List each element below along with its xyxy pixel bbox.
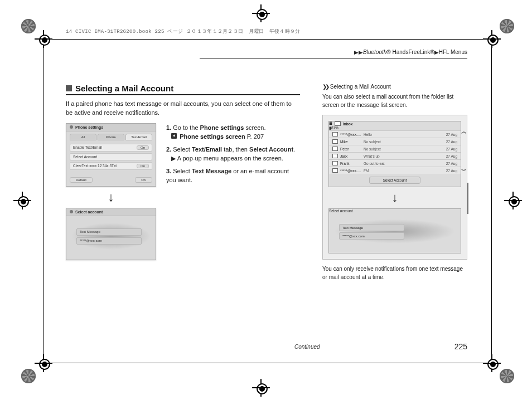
envelope-icon <box>332 132 338 136</box>
step-2: 2. Select Text/Email tab, then Select Ac… <box>166 145 300 163</box>
crop-line <box>43 33 44 369</box>
triangle-result-icon: ▶ <box>171 154 176 163</box>
envelope-icon <box>332 147 338 151</box>
chevron-right-icon: ▶ <box>434 50 439 55</box>
xref-icon: ➧ <box>171 133 177 139</box>
step-3: 3. Select Text Message or an e-mail acco… <box>166 167 300 185</box>
screen-dot-icon <box>70 125 73 129</box>
envelope-icon <box>332 161 338 165</box>
envelope-icon <box>332 168 338 173</box>
cross-mark-icon <box>16 194 29 207</box>
divider <box>200 58 467 58</box>
envelope-icon <box>332 154 338 158</box>
step-1: 1. Go to the Phone settings screen. ➧ Ph… <box>166 123 300 142</box>
battery-indicator: ▮81% <box>329 126 338 130</box>
cross-mark-icon <box>254 381 268 394</box>
screen-dot-icon <box>70 210 73 213</box>
toggle-on: On <box>137 164 149 168</box>
square-bullet-icon <box>66 85 72 91</box>
inbox-row: FrankGo out to eat27 Aug <box>329 159 461 167</box>
row-enable-text-email: Enable Text/Email On <box>70 144 152 152</box>
sidebar-panel: ︽ ︾ ≣ Inbox ▮81% *****@xxx.comHello27 Au… <box>322 115 467 260</box>
list-icon: ≣ <box>329 121 332 126</box>
select-account-button: Select Account <box>369 177 420 184</box>
screenshot-inbox: ≣ Inbox ▮81% *****@xxx.comHello27 AugMik… <box>328 121 461 187</box>
crop-line <box>491 33 492 369</box>
screenshot-title: Phone settings <box>75 125 103 129</box>
sidebar-heading: ❯❯ Selecting a Mail Account <box>322 84 467 90</box>
crop-line <box>36 363 500 363</box>
section-heading: Selecting a Mail Account <box>66 84 300 93</box>
scroll-up-icon: ︽ <box>461 128 467 135</box>
option-email-account: *****@xxx.com <box>76 237 142 245</box>
inbox-row: JackWhat's up27 Aug <box>329 152 461 159</box>
mail-icon <box>335 121 341 126</box>
envelope-icon <box>332 139 338 144</box>
tab-phone: Phone <box>98 134 124 140</box>
option-email-account: *****@xxx.com <box>339 232 404 240</box>
scroll-down-icon: ︾ <box>461 167 467 175</box>
registration-mark <box>500 19 514 33</box>
screenshot-phone-settings: Phone settings All Phone Text/Email Enab… <box>66 123 156 187</box>
page-number: 225 <box>454 342 467 351</box>
cross-mark-icon <box>37 357 50 370</box>
cross-mark-icon <box>254 7 268 20</box>
chevron-right-icon: ▶▶ <box>354 50 363 55</box>
default-button: Default <box>70 177 93 183</box>
screenshot-title: Select account <box>329 209 353 213</box>
down-arrow-icon: ↓ <box>66 191 156 203</box>
intro-paragraph: If a paired phone has text message or ma… <box>66 100 300 118</box>
screenshot-select-account: Select account Text Message *****@xxx.co… <box>66 208 156 260</box>
row-select-account: Select Account <box>70 153 152 160</box>
row-clear-text: ClearText xxxx 12 34x 5Txt On <box>70 162 152 170</box>
option-text-message: Text Message <box>339 224 404 231</box>
continued-label: Continued <box>294 344 320 350</box>
sidebar-paragraph: You can only receive notifications from … <box>322 265 467 281</box>
inbox-title: Inbox <box>343 122 352 126</box>
inbox-row: *****@xxx.comFM27 Aug <box>329 167 461 174</box>
option-text-message: Text Message <box>76 228 142 236</box>
registration-mark <box>21 369 36 383</box>
source-file-header: 14 CIVIC IMA-31TR26200.book 225 ページ ２０１３… <box>66 28 301 35</box>
tab-all: All <box>70 134 96 140</box>
registration-mark <box>21 19 36 33</box>
screenshot-title: Select account <box>75 210 103 214</box>
cross-mark-icon <box>506 194 520 207</box>
double-chevron-icon: ❯❯ <box>322 84 328 90</box>
xref-link: Phone settings screen <box>180 133 245 140</box>
divider <box>66 94 300 95</box>
screenshot-select-account: Select account Text Message *****@xxx.co… <box>328 208 461 253</box>
breadcrumb: ▶▶Bluetooth® HandsFreeLink®▶HFL Menus <box>354 49 467 55</box>
cross-mark-icon <box>37 32 50 46</box>
sidebar-paragraph: You can also select a mail account from … <box>322 93 467 109</box>
cross-mark-icon <box>485 357 499 370</box>
down-arrow-icon: ↓ <box>328 192 461 204</box>
ok-button: OK <box>135 177 152 183</box>
inbox-row: MikeNo subject27 Aug <box>329 138 461 145</box>
cross-mark-icon <box>485 32 499 46</box>
inbox-row: *****@xxx.comHello27 Aug <box>329 130 461 138</box>
registration-mark <box>500 369 514 383</box>
tab-text-email: Text/Email <box>125 134 152 140</box>
toggle-on: On <box>137 145 149 150</box>
inbox-row: PeterNo subject27 Aug <box>329 145 461 152</box>
